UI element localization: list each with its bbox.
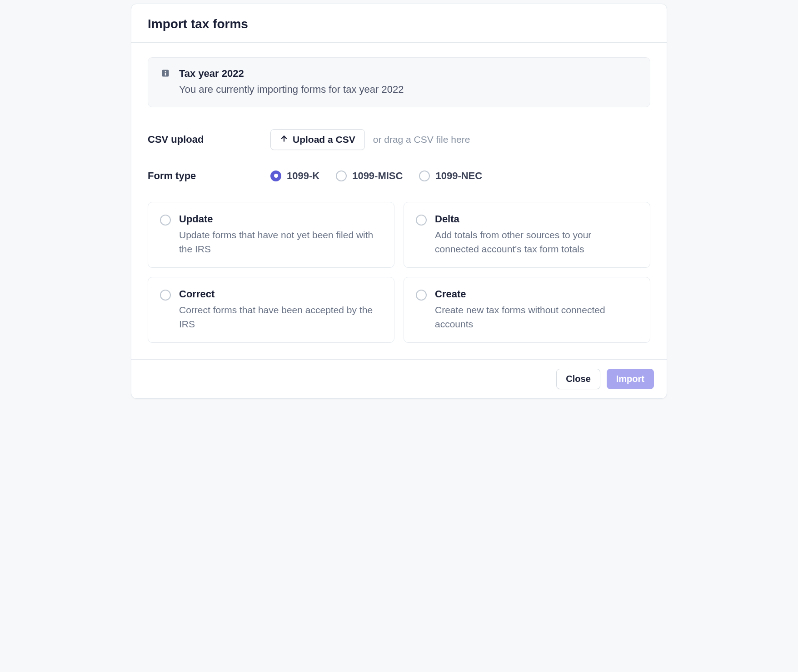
import-mode-option-delta[interactable]: Delta Add totals from other sources to y… bbox=[404, 202, 650, 268]
import-mode-options: Update Update forms that have not yet be… bbox=[148, 202, 650, 343]
option-text: Correct Correct forms that have been acc… bbox=[179, 288, 382, 331]
option-text: Delta Add totals from other sources to y… bbox=[435, 213, 638, 256]
banner-title: Tax year 2022 bbox=[179, 68, 404, 80]
tax-year-banner: Tax year 2022 You are currently importin… bbox=[148, 57, 650, 107]
radio-unselected-icon bbox=[336, 171, 347, 181]
form-type-option-1099-misc[interactable]: 1099-MISC bbox=[336, 170, 403, 182]
csv-upload-row: CSV upload Upload a CSV or drag a CSV fi… bbox=[148, 129, 650, 150]
radio-label: 1099-K bbox=[287, 170, 319, 182]
option-title: Update bbox=[179, 213, 382, 225]
dialog-body: Tax year 2022 You are currently importin… bbox=[131, 43, 667, 359]
form-type-option-1099-nec[interactable]: 1099-NEC bbox=[419, 170, 482, 182]
upload-csv-button-label: Upload a CSV bbox=[293, 134, 355, 145]
upload-arrow-icon bbox=[280, 134, 288, 145]
dialog-footer: Close Import bbox=[131, 359, 667, 398]
radio-unselected-icon bbox=[160, 215, 171, 226]
import-mode-option-correct[interactable]: Correct Correct forms that have been acc… bbox=[148, 277, 394, 343]
radio-label: 1099-NEC bbox=[435, 170, 482, 182]
option-text: Update Update forms that have not yet be… bbox=[179, 213, 382, 256]
banner-description: You are currently importing forms for ta… bbox=[179, 82, 404, 97]
csv-dropzone[interactable]: Upload a CSV or drag a CSV file here bbox=[270, 129, 470, 150]
dialog-header: Import tax forms bbox=[131, 4, 667, 43]
radio-unselected-icon bbox=[416, 290, 427, 301]
option-description: Create new tax forms without connected a… bbox=[435, 303, 638, 331]
radio-selected-icon bbox=[270, 171, 281, 181]
option-title: Create bbox=[435, 288, 638, 300]
option-description: Correct forms that have been accepted by… bbox=[179, 303, 382, 331]
import-tax-forms-dialog: Import tax forms Tax year 2022 You are c… bbox=[131, 4, 667, 399]
radio-unselected-icon bbox=[419, 171, 430, 181]
radio-unselected-icon bbox=[160, 290, 171, 301]
option-text: Create Create new tax forms without conn… bbox=[435, 288, 638, 331]
form-type-radio-group: 1099-K 1099-MISC 1099-NEC bbox=[270, 170, 482, 182]
csv-drag-hint: or drag a CSV file here bbox=[373, 134, 470, 145]
radio-unselected-icon bbox=[416, 215, 427, 226]
import-mode-option-update[interactable]: Update Update forms that have not yet be… bbox=[148, 202, 394, 268]
option-title: Correct bbox=[179, 288, 382, 300]
csv-upload-label: CSV upload bbox=[148, 134, 270, 145]
svg-rect-1 bbox=[165, 73, 166, 75]
form-type-row: Form type 1099-K 1099-MISC 1099-NEC bbox=[148, 170, 650, 182]
svg-rect-2 bbox=[165, 71, 166, 72]
import-button[interactable]: Import bbox=[607, 369, 654, 389]
option-description: Update forms that have not yet been file… bbox=[179, 228, 382, 256]
import-mode-option-create[interactable]: Create Create new tax forms without conn… bbox=[404, 277, 650, 343]
option-title: Delta bbox=[435, 213, 638, 225]
info-icon bbox=[161, 68, 170, 80]
form-type-label: Form type bbox=[148, 170, 270, 182]
close-button[interactable]: Close bbox=[556, 369, 600, 389]
dialog-title: Import tax forms bbox=[148, 17, 650, 31]
option-description: Add totals from other sources to your co… bbox=[435, 228, 638, 256]
banner-text: Tax year 2022 You are currently importin… bbox=[179, 68, 404, 97]
radio-label: 1099-MISC bbox=[352, 170, 403, 182]
form-type-option-1099-k[interactable]: 1099-K bbox=[270, 170, 319, 182]
upload-csv-button[interactable]: Upload a CSV bbox=[270, 129, 365, 150]
